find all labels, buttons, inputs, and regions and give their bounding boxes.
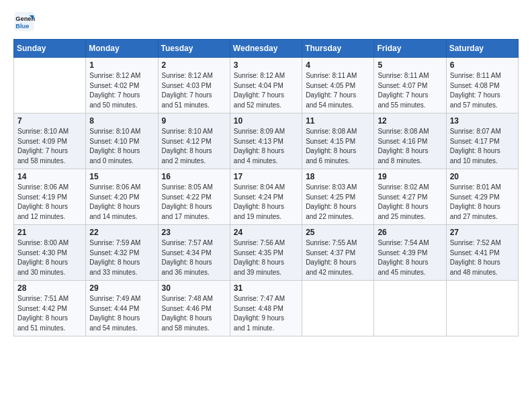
day-info: Sunrise: 7:56 AM Sunset: 4:35 PM Dayligh… — [234, 238, 298, 277]
day-info: Sunrise: 8:03 AM Sunset: 4:25 PM Dayligh… — [306, 183, 370, 222]
day-info: Sunrise: 8:06 AM Sunset: 4:20 PM Dayligh… — [89, 183, 154, 222]
calendar-cell — [446, 281, 518, 336]
logo: General Blue — [13, 11, 35, 32]
day-info: Sunrise: 7:57 AM Sunset: 4:34 PM Dayligh… — [162, 238, 226, 277]
page: General Blue SundayMondayTuesdayWednesda… — [0, 0, 532, 411]
day-number: 23 — [162, 228, 226, 237]
calendar-cell: 24Sunrise: 7:56 AM Sunset: 4:35 PM Dayli… — [230, 225, 302, 281]
col-header-wednesday: Wednesday — [230, 40, 302, 58]
calendar-cell: 9Sunrise: 8:10 AM Sunset: 4:12 PM Daylig… — [158, 113, 230, 169]
day-number: 29 — [89, 283, 154, 293]
week-row-1: 1Sunrise: 8:12 AM Sunset: 4:02 PM Daylig… — [14, 58, 519, 113]
day-number: 14 — [17, 172, 82, 181]
day-info: Sunrise: 8:01 AM Sunset: 4:29 PM Dayligh… — [450, 183, 515, 222]
day-number: 18 — [306, 172, 370, 181]
calendar-cell: 25Sunrise: 7:55 AM Sunset: 4:37 PM Dayli… — [302, 225, 374, 281]
day-number: 11 — [306, 116, 370, 126]
calendar-cell — [14, 58, 86, 113]
col-header-monday: Monday — [86, 40, 158, 58]
day-info: Sunrise: 8:11 AM Sunset: 4:07 PM Dayligh… — [378, 71, 442, 110]
col-header-saturday: Saturday — [446, 40, 518, 58]
day-info: Sunrise: 8:07 AM Sunset: 4:17 PM Dayligh… — [450, 127, 515, 166]
calendar-cell: 16Sunrise: 8:05 AM Sunset: 4:22 PM Dayli… — [158, 169, 230, 225]
day-info: Sunrise: 7:59 AM Sunset: 4:32 PM Dayligh… — [89, 238, 154, 277]
logo-icon: General Blue — [13, 11, 35, 32]
svg-text:Blue: Blue — [15, 23, 29, 30]
day-number: 20 — [450, 172, 515, 181]
day-number: 17 — [234, 172, 298, 181]
day-number: 15 — [89, 172, 154, 181]
day-info: Sunrise: 8:08 AM Sunset: 4:15 PM Dayligh… — [306, 127, 370, 166]
day-number: 3 — [234, 60, 298, 70]
day-info: Sunrise: 8:10 AM Sunset: 4:10 PM Dayligh… — [89, 127, 154, 166]
calendar-cell: 31Sunrise: 7:47 AM Sunset: 4:48 PM Dayli… — [230, 281, 302, 336]
col-header-tuesday: Tuesday — [158, 40, 230, 58]
day-info: Sunrise: 7:51 AM Sunset: 4:42 PM Dayligh… — [17, 294, 82, 333]
week-row-5: 28Sunrise: 7:51 AM Sunset: 4:42 PM Dayli… — [14, 281, 519, 336]
calendar-cell: 13Sunrise: 8:07 AM Sunset: 4:17 PM Dayli… — [446, 113, 518, 169]
calendar-table: SundayMondayTuesdayWednesdayThursdayFrid… — [13, 39, 519, 336]
calendar-cell: 12Sunrise: 8:08 AM Sunset: 4:16 PM Dayli… — [374, 113, 446, 169]
day-number: 28 — [17, 283, 82, 293]
day-number: 7 — [17, 116, 82, 126]
day-info: Sunrise: 8:10 AM Sunset: 4:12 PM Dayligh… — [162, 127, 226, 166]
day-info: Sunrise: 7:48 AM Sunset: 4:46 PM Dayligh… — [162, 294, 226, 333]
calendar-cell — [374, 281, 446, 336]
week-row-3: 14Sunrise: 8:06 AM Sunset: 4:19 PM Dayli… — [14, 169, 519, 225]
calendar-cell: 10Sunrise: 8:09 AM Sunset: 4:13 PM Dayli… — [230, 113, 302, 169]
day-number: 26 — [378, 228, 442, 237]
calendar-cell: 5Sunrise: 8:11 AM Sunset: 4:07 PM Daylig… — [374, 58, 446, 113]
calendar-cell: 1Sunrise: 8:12 AM Sunset: 4:02 PM Daylig… — [86, 58, 158, 113]
week-row-2: 7Sunrise: 8:10 AM Sunset: 4:09 PM Daylig… — [14, 113, 519, 169]
day-number: 12 — [378, 116, 442, 126]
week-row-4: 21Sunrise: 8:00 AM Sunset: 4:30 PM Dayli… — [14, 225, 519, 281]
calendar-cell: 18Sunrise: 8:03 AM Sunset: 4:25 PM Dayli… — [302, 169, 374, 225]
day-info: Sunrise: 8:12 AM Sunset: 4:03 PM Dayligh… — [162, 71, 226, 110]
calendar-cell: 15Sunrise: 8:06 AM Sunset: 4:20 PM Dayli… — [86, 169, 158, 225]
day-number: 31 — [234, 283, 298, 293]
day-info: Sunrise: 7:47 AM Sunset: 4:48 PM Dayligh… — [234, 294, 298, 333]
day-number: 13 — [450, 116, 515, 126]
day-number: 24 — [234, 228, 298, 237]
day-info: Sunrise: 8:04 AM Sunset: 4:24 PM Dayligh… — [234, 183, 298, 222]
day-info: Sunrise: 7:49 AM Sunset: 4:44 PM Dayligh… — [89, 294, 154, 333]
calendar-cell — [302, 281, 374, 336]
calendar-cell: 26Sunrise: 7:54 AM Sunset: 4:39 PM Dayli… — [374, 225, 446, 281]
calendar-cell: 21Sunrise: 8:00 AM Sunset: 4:30 PM Dayli… — [14, 225, 86, 281]
calendar-cell: 17Sunrise: 8:04 AM Sunset: 4:24 PM Dayli… — [230, 169, 302, 225]
calendar-cell: 11Sunrise: 8:08 AM Sunset: 4:15 PM Dayli… — [302, 113, 374, 169]
day-info: Sunrise: 8:00 AM Sunset: 4:30 PM Dayligh… — [17, 238, 82, 277]
day-info: Sunrise: 8:11 AM Sunset: 4:05 PM Dayligh… — [306, 71, 370, 110]
day-info: Sunrise: 8:12 AM Sunset: 4:02 PM Dayligh… — [89, 71, 154, 110]
day-info: Sunrise: 8:11 AM Sunset: 4:08 PM Dayligh… — [450, 71, 515, 110]
day-number: 8 — [89, 116, 154, 126]
calendar-cell: 20Sunrise: 8:01 AM Sunset: 4:29 PM Dayli… — [446, 169, 518, 225]
day-number: 10 — [234, 116, 298, 126]
day-number: 6 — [450, 60, 515, 70]
day-info: Sunrise: 8:05 AM Sunset: 4:22 PM Dayligh… — [162, 183, 226, 222]
header: General Blue — [13, 11, 519, 32]
day-info: Sunrise: 8:08 AM Sunset: 4:16 PM Dayligh… — [378, 127, 442, 166]
day-info: Sunrise: 7:52 AM Sunset: 4:41 PM Dayligh… — [450, 238, 515, 277]
calendar-cell: 28Sunrise: 7:51 AM Sunset: 4:42 PM Dayli… — [14, 281, 86, 336]
day-number: 27 — [450, 228, 515, 237]
day-info: Sunrise: 7:55 AM Sunset: 4:37 PM Dayligh… — [306, 238, 370, 277]
day-number: 30 — [162, 283, 226, 293]
day-number: 22 — [89, 228, 154, 237]
calendar-cell: 19Sunrise: 8:02 AM Sunset: 4:27 PM Dayli… — [374, 169, 446, 225]
calendar-cell: 6Sunrise: 8:11 AM Sunset: 4:08 PM Daylig… — [446, 58, 518, 113]
day-info: Sunrise: 8:02 AM Sunset: 4:27 PM Dayligh… — [378, 183, 442, 222]
day-number: 19 — [378, 172, 442, 181]
calendar-cell: 7Sunrise: 8:10 AM Sunset: 4:09 PM Daylig… — [14, 113, 86, 169]
day-info: Sunrise: 8:06 AM Sunset: 4:19 PM Dayligh… — [17, 183, 82, 222]
day-info: Sunrise: 7:54 AM Sunset: 4:39 PM Dayligh… — [378, 238, 442, 277]
day-number: 25 — [306, 228, 370, 237]
day-info: Sunrise: 8:12 AM Sunset: 4:04 PM Dayligh… — [234, 71, 298, 110]
calendar-cell: 30Sunrise: 7:48 AM Sunset: 4:46 PM Dayli… — [158, 281, 230, 336]
calendar-cell: 27Sunrise: 7:52 AM Sunset: 4:41 PM Dayli… — [446, 225, 518, 281]
calendar-cell: 29Sunrise: 7:49 AM Sunset: 4:44 PM Dayli… — [86, 281, 158, 336]
calendar-cell: 8Sunrise: 8:10 AM Sunset: 4:10 PM Daylig… — [86, 113, 158, 169]
calendar-cell: 23Sunrise: 7:57 AM Sunset: 4:34 PM Dayli… — [158, 225, 230, 281]
day-number: 2 — [162, 60, 226, 70]
day-info: Sunrise: 8:10 AM Sunset: 4:09 PM Dayligh… — [17, 127, 82, 166]
